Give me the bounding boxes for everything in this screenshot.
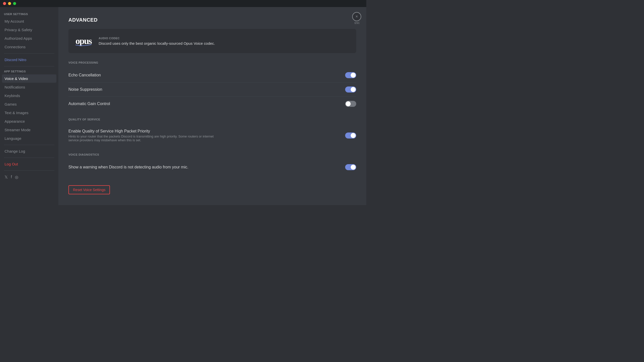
divider-5 bbox=[4, 170, 54, 171]
echo-cancellation-toggle[interactable] bbox=[345, 72, 356, 78]
instagram-icon[interactable]: ◎ bbox=[15, 175, 18, 179]
divider-3 bbox=[4, 145, 54, 145]
audio-codec-content: AUDIO CODEC Discord uses only the best o… bbox=[99, 37, 215, 46]
minimize-button[interactable] bbox=[8, 2, 11, 5]
warning-no-audio-row: Show a warning when Discord is not detec… bbox=[68, 160, 356, 174]
echo-cancellation-row: Echo Cancellation bbox=[68, 68, 356, 82]
app-settings-label: APP SETTINGS bbox=[2, 68, 56, 74]
automatic-gain-control-knob bbox=[346, 101, 351, 106]
sidebar-item-connections[interactable]: Connections bbox=[2, 43, 56, 51]
sidebar-item-appearance[interactable]: Appearance bbox=[2, 117, 56, 125]
quality-of-service-section: QUALITY OF SERVICE Enable Quality of Ser… bbox=[68, 118, 356, 146]
sidebar-item-change-log[interactable]: Change Log bbox=[2, 147, 56, 155]
close-esc-button[interactable]: × bbox=[352, 12, 361, 21]
qos-desc: Hints to your router that the packets Di… bbox=[68, 134, 219, 142]
voice-processing-title: VOICE PROCESSING bbox=[68, 61, 356, 64]
close-button[interactable] bbox=[3, 2, 6, 5]
sidebar-item-authorized-apps[interactable]: Authorized Apps bbox=[2, 34, 56, 42]
sidebar-item-voice-video[interactable]: Voice & Video bbox=[2, 74, 56, 83]
sidebar-item-language[interactable]: Language bbox=[2, 134, 56, 143]
warning-no-audio-toggle[interactable] bbox=[345, 164, 356, 170]
qos-label: Enable Quality of Service High Packet Pr… bbox=[68, 129, 219, 133]
automatic-gain-control-toggle[interactable] bbox=[345, 101, 356, 107]
noise-suppression-label: Noise Suppression bbox=[68, 87, 102, 92]
sidebar-item-log-out[interactable]: Log Out bbox=[2, 160, 56, 168]
close-icon: × bbox=[355, 14, 358, 19]
app-container: USER SETTINGS My Account Privacy & Safet… bbox=[0, 7, 366, 205]
divider-2 bbox=[4, 66, 54, 66]
maximize-button[interactable] bbox=[13, 2, 16, 5]
audio-codec-description: Discord uses only the best organic local… bbox=[99, 41, 215, 46]
noise-suppression-toggle[interactable] bbox=[345, 86, 356, 93]
social-icons: 𝕏 f ◎ bbox=[2, 173, 56, 182]
sidebar-item-keybinds[interactable]: Keybinds bbox=[2, 92, 56, 100]
qos-title: QUALITY OF SERVICE bbox=[68, 118, 356, 121]
sidebar-item-my-account[interactable]: My Account bbox=[2, 17, 56, 25]
opus-logo-icon: opus bbox=[74, 34, 93, 48]
divider-4 bbox=[4, 158, 54, 158]
echo-cancellation-label: Echo Cancellation bbox=[68, 73, 101, 77]
voice-diagnostics-section: VOICE DIAGNOSTICS Show a warning when Di… bbox=[68, 153, 356, 174]
qos-row: Enable Quality of Service High Packet Pr… bbox=[68, 125, 356, 146]
sidebar-item-discord-nitro[interactable]: Discord Nitro bbox=[2, 56, 56, 64]
qos-knob bbox=[351, 133, 356, 138]
sidebar-item-privacy-safety[interactable]: Privacy & Safety bbox=[2, 26, 56, 34]
audio-codec-label: AUDIO CODEC bbox=[99, 37, 215, 40]
automatic-gain-control-row: Automatic Gain Control bbox=[68, 97, 356, 111]
warning-no-audio-label: Show a warning when Discord is not detec… bbox=[68, 165, 188, 169]
divider-1 bbox=[4, 53, 54, 54]
svg-text:opus: opus bbox=[75, 36, 92, 46]
sidebar-item-games[interactable]: Games bbox=[2, 100, 56, 108]
user-settings-label: USER SETTINGS bbox=[2, 11, 56, 17]
qos-toggle[interactable] bbox=[345, 132, 356, 139]
esc-label: ESC bbox=[354, 22, 360, 24]
sidebar-item-text-images[interactable]: Text & Images bbox=[2, 109, 56, 117]
noise-suppression-row: Noise Suppression bbox=[68, 82, 356, 97]
echo-cancellation-knob bbox=[351, 73, 356, 78]
sidebar: USER SETTINGS My Account Privacy & Safet… bbox=[0, 7, 58, 205]
main-content: × ESC ADVANCED opus AUDIO CODEC Discord … bbox=[58, 7, 366, 205]
facebook-icon[interactable]: f bbox=[11, 175, 12, 179]
page-title: ADVANCED bbox=[68, 17, 356, 23]
automatic-gain-control-label: Automatic Gain Control bbox=[68, 102, 110, 106]
qos-content: Enable Quality of Service High Packet Pr… bbox=[68, 129, 219, 142]
voice-diagnostics-title: VOICE DIAGNOSTICS bbox=[68, 153, 356, 156]
voice-processing-section: VOICE PROCESSING Echo Cancellation Noise… bbox=[68, 61, 356, 111]
twitter-icon[interactable]: 𝕏 bbox=[5, 175, 8, 179]
noise-suppression-knob bbox=[351, 87, 356, 92]
sidebar-item-notifications[interactable]: Notifications bbox=[2, 83, 56, 91]
audio-codec-card: opus AUDIO CODEC Discord uses only the b… bbox=[68, 29, 356, 53]
sidebar-item-streamer-mode[interactable]: Streamer Mode bbox=[2, 126, 56, 134]
warning-no-audio-knob bbox=[351, 165, 356, 170]
titlebar bbox=[0, 0, 366, 7]
reset-voice-settings-button[interactable]: Reset Voice Settings bbox=[68, 185, 110, 194]
